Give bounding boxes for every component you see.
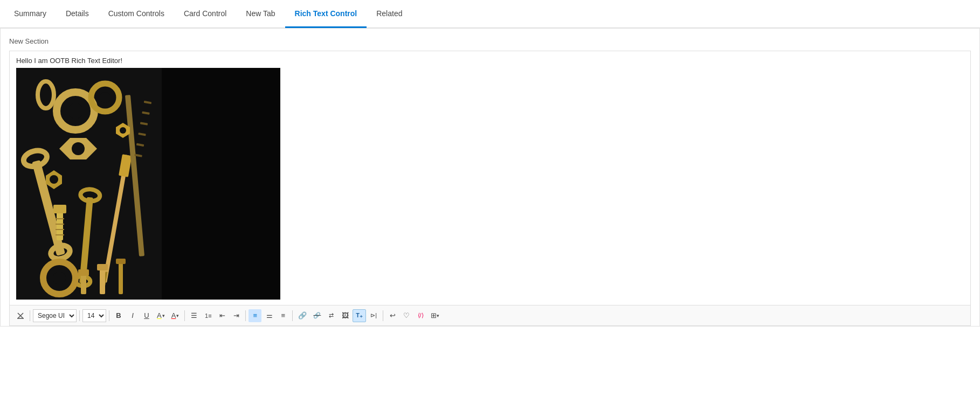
svg-point-18 (68, 103, 83, 119)
tab-new-tab[interactable]: New Tab (236, 0, 285, 28)
font-size-select[interactable]: 14 (82, 309, 106, 322)
toolbar-separator-5 (245, 310, 246, 321)
toolbar-separator-7 (383, 310, 383, 321)
rte-image (16, 68, 280, 300)
remove-link-button[interactable]: 🔗 (310, 309, 323, 322)
tab-bar: Summary Details Custom Controls Card Con… (0, 0, 980, 28)
svg-point-20 (100, 92, 111, 103)
align-left-button[interactable]: ≡ (249, 309, 261, 322)
underline-button[interactable]: U (140, 309, 153, 322)
italic-button[interactable]: I (126, 309, 139, 322)
clear-formatting-button[interactable] (14, 309, 27, 322)
redo-button[interactable]: ♡ (400, 309, 413, 322)
svg-rect-28 (53, 205, 66, 213)
source-button[interactable]: ⟨/⟩ (414, 309, 427, 322)
bullet-list-button[interactable]: ☰ (188, 309, 201, 322)
svg-rect-43 (162, 68, 280, 300)
svg-point-24 (50, 175, 58, 184)
insert-image-url-button[interactable]: ⇄ (325, 309, 337, 322)
bold-button[interactable]: B (112, 309, 125, 322)
svg-rect-41 (119, 262, 123, 294)
svg-point-38 (53, 272, 66, 284)
table-arrow: ▾ (437, 313, 439, 318)
svg-rect-35 (100, 267, 105, 294)
media-button[interactable]: ⊳| (367, 309, 380, 322)
rte-content[interactable]: Hello I am OOTB Rich Text Editor! (10, 51, 970, 305)
indent-button[interactable]: ⇥ (230, 309, 243, 322)
svg-rect-34 (78, 269, 89, 276)
toolbar-separator-2 (79, 310, 80, 321)
insert-table-button[interactable]: ⊞ ▾ (428, 309, 442, 322)
svg-point-26 (120, 127, 126, 134)
align-right-button[interactable]: ≡ (277, 309, 289, 322)
font-family-select[interactable]: Segoe UI (33, 309, 77, 322)
highlight-color-arrow: ▾ (162, 313, 165, 318)
font-color-arrow: ▾ (176, 313, 179, 318)
rte-wrapper: Hello I am OOTB Rich Text Editor! (9, 51, 971, 326)
svg-rect-36 (97, 264, 108, 270)
svg-rect-42 (116, 259, 126, 264)
insert-image-button[interactable]: 🖼 (339, 309, 351, 322)
tab-custom-controls[interactable]: Custom Controls (99, 0, 174, 28)
svg-point-22 (72, 142, 85, 155)
tools-image-svg (16, 68, 280, 300)
tab-summary[interactable]: Summary (4, 0, 56, 28)
align-center-button[interactable]: ⚌ (263, 309, 275, 322)
toolbar-separator-6 (292, 310, 293, 321)
tab-card-control[interactable]: Card Control (174, 0, 236, 28)
rte-toolbar: Segoe UI 14 B I U A ▾ (10, 305, 970, 325)
rte-intro-text: Hello I am OOTB Rich Text Editor! (16, 57, 964, 65)
toolbar-separator-1 (30, 310, 30, 321)
section-label: New Section (1, 37, 979, 51)
special-button[interactable]: T₊ (353, 309, 366, 322)
insert-link-button[interactable]: 🔗 (295, 309, 309, 322)
outdent-button[interactable]: ⇤ (216, 309, 229, 322)
toolbar-separator-4 (184, 310, 185, 321)
toolbar-separator-3 (109, 310, 109, 321)
tab-rich-text-control[interactable]: Rich Text Control (285, 0, 367, 28)
undo-button[interactable]: ↩ (386, 309, 399, 322)
tab-details[interactable]: Details (56, 0, 99, 28)
numbered-list-button[interactable]: 1≡ (202, 309, 215, 322)
tab-related[interactable]: Related (367, 0, 412, 28)
content-area: New Section Hello I am OOTB Rich Text Ed… (0, 28, 980, 326)
highlight-color-button[interactable]: A ▾ (154, 309, 168, 322)
font-color-button[interactable]: A ▾ (169, 309, 182, 322)
